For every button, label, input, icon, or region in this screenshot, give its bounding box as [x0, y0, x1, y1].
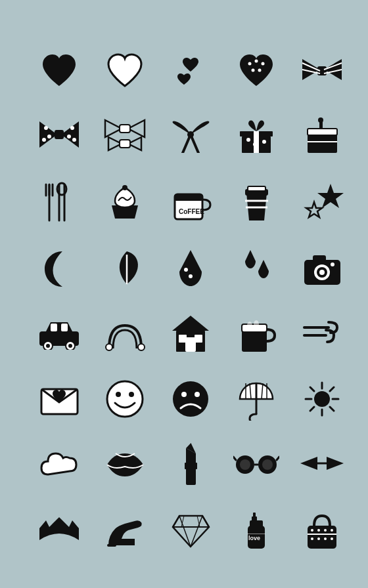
svg-marker-117 [173, 516, 209, 547]
cell-black-heart[interactable] [26, 38, 92, 104]
cell-high-heels[interactable] [92, 497, 158, 563]
cell-water-drop[interactable] [158, 235, 223, 301]
cell-dotted-heart[interactable] [223, 38, 289, 104]
svg-point-91 [181, 392, 187, 397]
svg-line-103 [310, 387, 314, 391]
cell-diamond[interactable] [158, 497, 223, 563]
cell-ribbon[interactable] [158, 104, 223, 169]
cell-beer-mug[interactable] [223, 301, 289, 366]
svg-rect-14 [55, 130, 64, 139]
svg-point-0 [248, 62, 252, 65]
cell-sun[interactable] [289, 366, 355, 432]
svg-rect-67 [51, 324, 57, 331]
svg-point-83 [254, 320, 259, 328]
cell-rain-drops[interactable] [223, 235, 289, 301]
svg-text:CoFFEE: CoFFEE [179, 208, 204, 215]
svg-point-34 [262, 140, 266, 144]
cell-coffee-mug[interactable]: CoFFEE [158, 169, 223, 235]
emoji-grid: CoFFEE [20, 32, 348, 556]
svg-point-140 [331, 537, 333, 540]
cell-sunglasses[interactable] [223, 432, 289, 497]
svg-line-119 [179, 516, 191, 547]
svg-point-133 [311, 529, 313, 532]
cell-camera[interactable] [289, 235, 355, 301]
svg-line-121 [173, 516, 179, 527]
cell-perfume[interactable]: love [223, 497, 289, 563]
cell-angry-eyes[interactable] [289, 432, 355, 497]
cell-stars[interactable] [289, 169, 355, 235]
cell-handbag[interactable] [289, 497, 355, 563]
svg-rect-35 [308, 133, 337, 153]
svg-point-138 [317, 537, 320, 540]
svg-rect-78 [179, 335, 187, 343]
svg-point-59 [189, 274, 193, 278]
svg-rect-68 [61, 324, 68, 331]
cell-crescent-moon[interactable] [26, 235, 92, 301]
cell-gift-box[interactable] [223, 104, 289, 169]
cell-smiley[interactable] [92, 366, 158, 432]
cell-striped-bow[interactable] [289, 38, 355, 104]
svg-marker-55 [317, 184, 344, 208]
cell-rainbow[interactable] [92, 301, 158, 366]
svg-point-38 [318, 117, 323, 123]
svg-point-137 [311, 537, 313, 540]
svg-point-19 [67, 135, 71, 138]
svg-line-122 [202, 516, 209, 527]
cell-umbrella[interactable] [223, 366, 289, 432]
svg-rect-108 [185, 463, 197, 469]
svg-text:love: love [248, 535, 260, 541]
svg-point-3 [252, 68, 255, 72]
cell-cloud[interactable] [26, 432, 92, 497]
cell-coffee-cup[interactable] [223, 169, 289, 235]
cell-wind-face[interactable] [289, 301, 355, 366]
cell-polka-bow[interactable] [26, 104, 92, 169]
svg-point-65 [331, 262, 334, 266]
cell-lips[interactable] [92, 432, 158, 497]
svg-point-135 [324, 529, 327, 532]
cell-double-bow[interactable] [92, 104, 158, 169]
cell-batman-mask[interactable] [26, 497, 92, 563]
cell-car[interactable] [26, 301, 92, 366]
svg-point-47 [122, 185, 127, 190]
cell-cake-slice[interactable] [289, 104, 355, 169]
svg-marker-56 [306, 202, 322, 217]
svg-point-72 [68, 344, 72, 348]
svg-point-87 [107, 381, 143, 417]
svg-rect-49 [175, 194, 202, 201]
cell-fork-spoon[interactable] [26, 169, 92, 235]
svg-point-89 [129, 392, 134, 397]
cell-white-heart[interactable] [92, 38, 158, 104]
svg-point-139 [324, 537, 327, 540]
svg-rect-36 [308, 129, 337, 135]
svg-point-64 [319, 270, 325, 275]
svg-point-2 [262, 62, 265, 65]
svg-rect-77 [185, 337, 196, 352]
svg-marker-12 [39, 121, 57, 148]
svg-point-15 [44, 126, 48, 130]
svg-point-74 [138, 344, 145, 350]
svg-line-106 [310, 407, 314, 411]
svg-point-134 [317, 529, 320, 532]
svg-rect-130 [247, 534, 265, 534]
svg-point-71 [46, 344, 50, 348]
svg-line-104 [330, 407, 334, 411]
svg-point-17 [42, 138, 46, 142]
svg-point-20 [72, 138, 76, 142]
cell-heart-envelope[interactable] [26, 366, 92, 432]
svg-rect-23 [120, 125, 130, 133]
cell-house[interactable] [158, 301, 223, 366]
svg-point-88 [116, 392, 121, 397]
svg-rect-107 [186, 467, 196, 485]
cell-cupcake[interactable] [92, 169, 158, 235]
cell-small-hearts[interactable] [158, 38, 223, 104]
svg-rect-79 [195, 335, 202, 343]
svg-point-16 [47, 135, 51, 138]
cell-sad-face[interactable] [158, 366, 223, 432]
svg-line-113 [277, 457, 279, 460]
cell-lipstick[interactable] [158, 432, 223, 497]
svg-point-92 [195, 392, 200, 397]
svg-rect-52 [248, 186, 265, 191]
svg-point-136 [331, 529, 333, 532]
cell-leaf[interactable] [92, 235, 158, 301]
svg-line-120 [191, 516, 202, 547]
